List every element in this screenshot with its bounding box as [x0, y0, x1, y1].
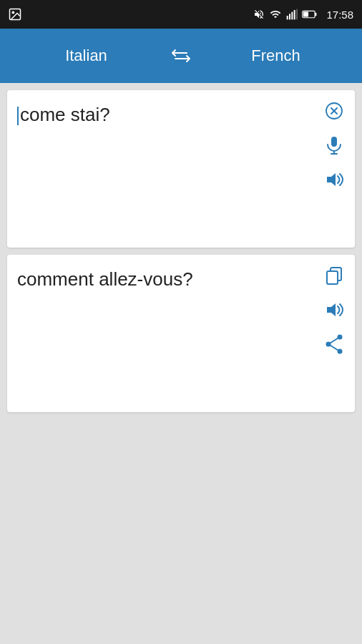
- share-button[interactable]: [323, 333, 345, 355]
- svg-rect-2: [287, 16, 288, 19]
- svg-rect-9: [315, 13, 317, 16]
- battery-icon: [302, 9, 318, 19]
- text-cursor: [17, 107, 19, 125]
- mute-icon: [253, 9, 265, 20]
- svg-line-24: [328, 344, 340, 351]
- speaker-icon: [324, 171, 344, 188]
- svg-rect-18: [327, 271, 338, 284]
- microphone-icon: [325, 135, 343, 155]
- source-language-button[interactable]: Italian: [14, 47, 158, 65]
- svg-rect-4: [292, 12, 293, 20]
- share-icon: [325, 334, 343, 354]
- clear-button[interactable]: [323, 100, 345, 122]
- translated-text: comment allez-vous?: [17, 266, 345, 292]
- wifi-icon: [269, 9, 282, 20]
- svg-marker-19: [327, 303, 336, 316]
- svg-marker-16: [327, 173, 336, 186]
- image-icon: [9, 8, 21, 21]
- source-card-actions: [323, 100, 345, 190]
- svg-line-23: [328, 337, 340, 344]
- status-bar-left: [9, 8, 21, 21]
- status-bar: 17:58: [0, 0, 362, 29]
- target-language-button[interactable]: French: [204, 47, 348, 65]
- swap-languages-button[interactable]: [158, 47, 204, 64]
- status-icons: 17:58: [253, 9, 353, 21]
- main-content: come stai?: [0, 83, 362, 644]
- svg-point-1: [12, 11, 15, 14]
- svg-rect-13: [331, 137, 337, 147]
- source-card: come stai?: [7, 90, 355, 248]
- copy-icon: [325, 266, 343, 285]
- svg-rect-8: [303, 11, 308, 16]
- status-time: 17:58: [326, 9, 353, 21]
- swap-icon: [170, 47, 192, 64]
- svg-rect-5: [294, 10, 295, 19]
- target-speaker-button[interactable]: [323, 299, 345, 321]
- microphone-button[interactable]: [323, 135, 345, 156]
- signal-icon: [286, 9, 298, 20]
- source-text[interactable]: come stai?: [17, 102, 345, 127]
- clear-icon: [325, 102, 343, 120]
- svg-rect-3: [289, 14, 290, 19]
- speaker-icon-2: [324, 301, 344, 318]
- svg-rect-6: [296, 9, 298, 20]
- copy-button[interactable]: [323, 265, 345, 286]
- target-card-actions: [323, 265, 345, 355]
- source-speaker-button[interactable]: [323, 169, 345, 190]
- toolbar: Italian French: [0, 29, 362, 83]
- target-card: comment allez-vous?: [7, 255, 355, 412]
